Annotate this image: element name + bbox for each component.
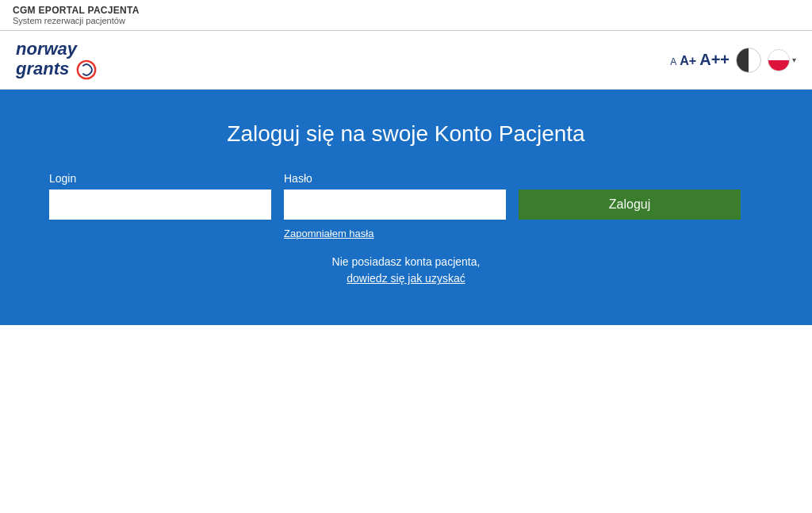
login-label: Login bbox=[49, 172, 271, 185]
login-input[interactable] bbox=[49, 190, 271, 220]
portal-title: CGM EPORTAL PACJENTA bbox=[13, 5, 140, 16]
logo-swirl-icon bbox=[75, 59, 98, 81]
top-bar-title: CGM EPORTAL PACJENTA System rezerwacji p… bbox=[13, 5, 140, 25]
logo-line1: norway bbox=[16, 39, 98, 59]
register-section: Nie posiadasz konta pacjenta, dowiedz si… bbox=[332, 255, 481, 285]
flag-bottom bbox=[768, 60, 789, 71]
password-label: Hasło bbox=[284, 172, 506, 185]
font-small-button[interactable]: A bbox=[670, 56, 676, 67]
portal-subtitle: System rezerwacji pacjentów bbox=[13, 16, 140, 25]
contrast-half-icon bbox=[737, 48, 749, 72]
language-selector[interactable]: ▾ bbox=[768, 49, 796, 71]
login-title: Zaloguj się na swoje Konto Pacjenta bbox=[227, 121, 584, 147]
login-form: Login Hasło Zaloguj bbox=[49, 172, 763, 220]
header: norway grants A A+ A++ bbox=[0, 31, 812, 90]
password-input[interactable] bbox=[284, 190, 506, 220]
logo-combined: norway grants bbox=[16, 39, 98, 81]
top-bar: CGM EPORTAL PACJENTA System rezerwacji p… bbox=[0, 0, 812, 31]
flag-icon bbox=[768, 49, 790, 71]
contrast-button[interactable] bbox=[736, 48, 761, 73]
font-size-controls: A A+ A++ bbox=[670, 51, 730, 69]
chevron-down-icon: ▾ bbox=[792, 56, 796, 64]
accessibility-controls: A A+ A++ ▾ bbox=[670, 48, 796, 73]
white-area bbox=[0, 325, 812, 484]
submit-button[interactable]: Zaloguj bbox=[519, 190, 741, 220]
login-field-group: Login bbox=[49, 172, 271, 220]
font-large-button[interactable]: A++ bbox=[699, 51, 730, 69]
logo: norway grants bbox=[16, 39, 98, 81]
forgot-password-area: Zapomniałem hasła bbox=[49, 228, 763, 239]
no-account-text: Nie posiadasz konta pacjenta, bbox=[332, 255, 481, 268]
register-link[interactable]: dowiedz się jak uzyskać bbox=[347, 272, 465, 285]
flag-top bbox=[768, 50, 789, 60]
login-section: Zaloguj się na swoje Konto Pacjenta Logi… bbox=[0, 90, 812, 325]
logo-line2: grants bbox=[16, 59, 98, 81]
forgot-password-link[interactable]: Zapomniałem hasła bbox=[284, 228, 373, 239]
password-field-group: Hasło bbox=[284, 172, 506, 220]
font-medium-button[interactable]: A+ bbox=[680, 54, 696, 68]
